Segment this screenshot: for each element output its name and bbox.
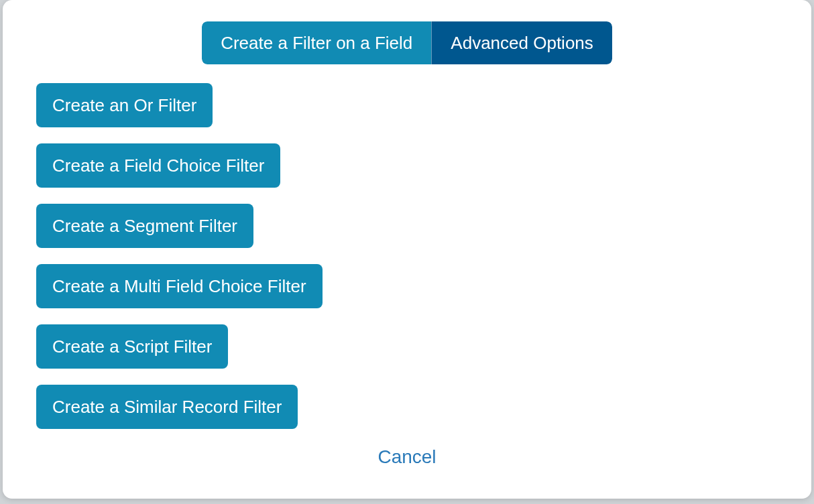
create-field-choice-filter-button[interactable]: Create a Field Choice Filter — [36, 143, 280, 188]
tab-advanced-options[interactable]: Advanced Options — [431, 21, 612, 64]
cancel-row: Cancel — [3, 441, 811, 473]
create-script-filter-button[interactable]: Create a Script Filter — [36, 324, 228, 369]
tab-row: Create a Filter on a Field Advanced Opti… — [3, 21, 811, 64]
create-segment-filter-button[interactable]: Create a Segment Filter — [36, 204, 253, 248]
filter-modal: Create a Filter on a Field Advanced Opti… — [3, 0, 811, 499]
create-similar-record-filter-button[interactable]: Create a Similar Record Filter — [36, 385, 298, 429]
advanced-options-list: Create an Or Filter Create a Field Choic… — [3, 83, 811, 429]
modal-backdrop: Create a Filter on a Field Advanced Opti… — [0, 0, 814, 504]
create-or-filter-button[interactable]: Create an Or Filter — [36, 83, 213, 127]
create-multi-field-choice-filter-button[interactable]: Create a Multi Field Choice Filter — [36, 264, 323, 308]
cancel-button[interactable]: Cancel — [369, 441, 444, 473]
tab-group: Create a Filter on a Field Advanced Opti… — [202, 21, 612, 64]
tab-filter-on-field[interactable]: Create a Filter on a Field — [202, 21, 431, 64]
